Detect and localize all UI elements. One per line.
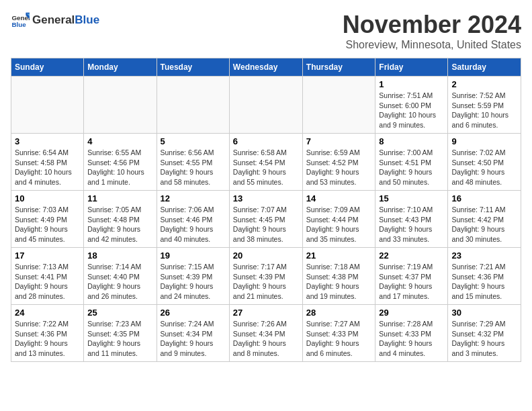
day-info: Sunrise: 7:05 AMSunset: 4:48 PMDaylight:… xyxy=(87,205,152,244)
day-number: 7 xyxy=(306,136,372,146)
day-number: 29 xyxy=(379,308,444,318)
week-row-2: 3Sunrise: 6:54 AMSunset: 4:58 PMDaylight… xyxy=(11,134,521,191)
calendar-cell: 15Sunrise: 7:10 AMSunset: 4:43 PMDayligh… xyxy=(375,191,448,248)
day-number: 21 xyxy=(306,250,372,261)
day-number: 11 xyxy=(87,193,152,203)
day-number: 2 xyxy=(451,79,517,89)
day-number: 3 xyxy=(15,136,80,146)
day-info: Sunrise: 7:26 AMSunset: 4:34 PMDaylight:… xyxy=(233,319,299,359)
week-row-1: 1Sunrise: 7:51 AMSunset: 6:00 PMDaylight… xyxy=(11,77,521,134)
calendar-cell xyxy=(302,77,375,134)
calendar-cell xyxy=(84,77,157,134)
week-row-4: 17Sunrise: 7:13 AMSunset: 4:41 PMDayligh… xyxy=(11,248,521,305)
day-info: Sunrise: 6:54 AMSunset: 4:58 PMDaylight:… xyxy=(15,148,80,187)
day-number: 27 xyxy=(233,308,299,318)
day-info: Sunrise: 7:02 AMSunset: 4:50 PMDaylight:… xyxy=(451,148,517,187)
day-number: 8 xyxy=(379,136,444,146)
weekday-header-saturday: Saturday xyxy=(448,58,521,77)
day-number: 15 xyxy=(379,193,444,203)
day-info: Sunrise: 7:28 AMSunset: 4:33 PMDaylight:… xyxy=(379,319,444,359)
calendar-cell: 1Sunrise: 7:51 AMSunset: 6:00 PMDaylight… xyxy=(375,77,448,134)
day-info: Sunrise: 7:27 AMSunset: 4:33 PMDaylight:… xyxy=(306,319,372,359)
calendar-cell: 2Sunrise: 7:52 AMSunset: 5:59 PMDaylight… xyxy=(448,77,521,134)
day-info: Sunrise: 7:14 AMSunset: 4:40 PMDaylight:… xyxy=(87,262,152,302)
day-info: Sunrise: 7:11 AMSunset: 4:42 PMDaylight:… xyxy=(451,205,517,244)
day-number: 28 xyxy=(306,308,372,318)
day-number: 19 xyxy=(161,250,226,261)
day-number: 22 xyxy=(379,250,444,261)
day-number: 13 xyxy=(233,193,299,203)
weekday-header-sunday: Sunday xyxy=(11,58,84,77)
day-number: 10 xyxy=(15,193,80,203)
calendar-cell: 5Sunrise: 6:56 AMSunset: 4:55 PMDaylight… xyxy=(157,134,229,191)
day-number: 1 xyxy=(379,79,444,89)
calendar-cell xyxy=(157,77,229,134)
calendar-cell xyxy=(229,77,302,134)
weekday-header-monday: Monday xyxy=(84,58,157,77)
day-info: Sunrise: 7:07 AMSunset: 4:45 PMDaylight:… xyxy=(233,205,299,244)
calendar-cell: 20Sunrise: 7:17 AMSunset: 4:39 PMDayligh… xyxy=(229,248,302,305)
calendar-cell: 10Sunrise: 7:03 AMSunset: 4:49 PMDayligh… xyxy=(11,191,84,248)
day-info: Sunrise: 7:23 AMSunset: 4:35 PMDaylight:… xyxy=(87,319,152,359)
day-number: 25 xyxy=(87,308,152,318)
calendar-cell: 26Sunrise: 7:24 AMSunset: 4:34 PMDayligh… xyxy=(157,305,229,362)
day-info: Sunrise: 7:10 AMSunset: 4:43 PMDaylight:… xyxy=(379,205,444,244)
calendar-cell: 4Sunrise: 6:55 AMSunset: 4:56 PMDaylight… xyxy=(84,134,157,191)
day-number: 24 xyxy=(15,308,80,318)
calendar-cell: 29Sunrise: 7:28 AMSunset: 4:33 PMDayligh… xyxy=(375,305,448,362)
day-number: 26 xyxy=(161,308,226,318)
day-info: Sunrise: 7:52 AMSunset: 5:59 PMDaylight:… xyxy=(451,91,517,130)
logo: General Blue General Blue xyxy=(11,11,99,30)
calendar-cell: 19Sunrise: 7:15 AMSunset: 4:39 PMDayligh… xyxy=(157,248,229,305)
calendar-cell: 30Sunrise: 7:29 AMSunset: 4:32 PMDayligh… xyxy=(448,305,521,362)
calendar-cell: 7Sunrise: 6:59 AMSunset: 4:52 PMDaylight… xyxy=(302,134,375,191)
day-info: Sunrise: 6:58 AMSunset: 4:54 PMDaylight:… xyxy=(233,148,299,187)
week-row-3: 10Sunrise: 7:03 AMSunset: 4:49 PMDayligh… xyxy=(11,191,521,248)
day-info: Sunrise: 7:22 AMSunset: 4:36 PMDaylight:… xyxy=(15,319,80,359)
calendar-cell: 12Sunrise: 7:06 AMSunset: 4:46 PMDayligh… xyxy=(157,191,229,248)
week-row-5: 24Sunrise: 7:22 AMSunset: 4:36 PMDayligh… xyxy=(11,305,521,362)
day-number: 18 xyxy=(87,250,152,261)
calendar-cell: 13Sunrise: 7:07 AMSunset: 4:45 PMDayligh… xyxy=(229,191,302,248)
svg-text:Blue: Blue xyxy=(11,21,26,28)
weekday-header-row: SundayMondayTuesdayWednesdayThursdayFrid… xyxy=(11,58,521,77)
calendar-cell: 18Sunrise: 7:14 AMSunset: 4:40 PMDayligh… xyxy=(84,248,157,305)
weekday-header-wednesday: Wednesday xyxy=(229,58,302,77)
day-info: Sunrise: 7:13 AMSunset: 4:41 PMDaylight:… xyxy=(15,262,80,302)
day-number: 9 xyxy=(451,136,517,146)
calendar-cell: 8Sunrise: 7:00 AMSunset: 4:51 PMDaylight… xyxy=(375,134,448,191)
calendar-cell: 28Sunrise: 7:27 AMSunset: 4:33 PMDayligh… xyxy=(302,305,375,362)
day-info: Sunrise: 6:55 AMSunset: 4:56 PMDaylight:… xyxy=(87,148,152,187)
header: General Blue General Blue November 2024 … xyxy=(11,11,521,51)
calendar-cell: 23Sunrise: 7:21 AMSunset: 4:36 PMDayligh… xyxy=(448,248,521,305)
day-info: Sunrise: 7:18 AMSunset: 4:38 PMDaylight:… xyxy=(306,262,372,302)
day-number: 30 xyxy=(451,308,517,318)
day-number: 17 xyxy=(15,250,80,261)
weekday-header-tuesday: Tuesday xyxy=(157,58,229,77)
calendar-cell: 17Sunrise: 7:13 AMSunset: 4:41 PMDayligh… xyxy=(11,248,84,305)
month-title: November 2024 xyxy=(343,11,521,39)
logo-blue-text: Blue xyxy=(75,13,99,27)
day-info: Sunrise: 7:03 AMSunset: 4:49 PMDaylight:… xyxy=(15,205,80,244)
calendar-cell: 9Sunrise: 7:02 AMSunset: 4:50 PMDaylight… xyxy=(448,134,521,191)
calendar-cell: 22Sunrise: 7:19 AMSunset: 4:37 PMDayligh… xyxy=(375,248,448,305)
day-info: Sunrise: 7:51 AMSunset: 6:00 PMDaylight:… xyxy=(379,91,444,130)
day-info: Sunrise: 7:06 AMSunset: 4:46 PMDaylight:… xyxy=(161,205,226,244)
calendar-cell: 21Sunrise: 7:18 AMSunset: 4:38 PMDayligh… xyxy=(302,248,375,305)
calendar-cell xyxy=(11,77,84,134)
day-number: 5 xyxy=(161,136,226,146)
calendar-cell: 14Sunrise: 7:09 AMSunset: 4:44 PMDayligh… xyxy=(302,191,375,248)
calendar-cell: 24Sunrise: 7:22 AMSunset: 4:36 PMDayligh… xyxy=(11,305,84,362)
title-area: November 2024 Shoreview, Minnesota, Unit… xyxy=(343,11,521,51)
weekday-header-friday: Friday xyxy=(375,58,448,77)
day-number: 12 xyxy=(161,193,226,203)
calendar-cell: 16Sunrise: 7:11 AMSunset: 4:42 PMDayligh… xyxy=(448,191,521,248)
day-number: 14 xyxy=(306,193,372,203)
calendar-cell: 6Sunrise: 6:58 AMSunset: 4:54 PMDaylight… xyxy=(229,134,302,191)
day-number: 23 xyxy=(451,250,517,261)
day-info: Sunrise: 7:24 AMSunset: 4:34 PMDaylight:… xyxy=(161,319,226,359)
day-info: Sunrise: 7:19 AMSunset: 4:37 PMDaylight:… xyxy=(379,262,444,302)
calendar-cell: 27Sunrise: 7:26 AMSunset: 4:34 PMDayligh… xyxy=(229,305,302,362)
day-number: 4 xyxy=(87,136,152,146)
day-info: Sunrise: 7:15 AMSunset: 4:39 PMDaylight:… xyxy=(161,262,226,302)
